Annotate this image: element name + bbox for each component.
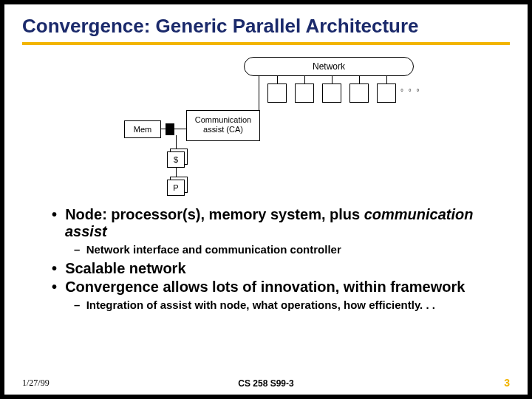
slide: Convergence: Generic Parallel Architectu…: [4, 4, 528, 395]
bullet-level1: • Convergence allows lots of innovation,…: [52, 279, 510, 296]
bullet-level2: – Network interface and communication co…: [74, 243, 510, 256]
node-box: [267, 83, 287, 103]
node-box: [295, 83, 314, 103]
network-tap: [359, 76, 360, 83]
bullet-level1: • Node: processor(s), memory system, plu…: [52, 206, 510, 240]
processor-box: P: [167, 180, 185, 196]
network-tap: [386, 76, 387, 83]
bullet-level1: • Scalable network: [52, 260, 510, 277]
bullet-text: Convergence allows lots of innovation, w…: [65, 279, 465, 295]
node-box: [322, 83, 341, 103]
title-rule: [22, 42, 510, 45]
bullet-text: Integration of assist with node, what op…: [86, 299, 435, 311]
node-box: [349, 83, 369, 103]
network-tap: [304, 76, 305, 83]
bullet-text: Scalable network: [65, 260, 185, 276]
bus-block: [166, 123, 174, 135]
architecture-diagram: Network ° ° ° Mem Communication assist (…: [111, 52, 421, 200]
communication-assist-box: Communication assist (CA): [186, 110, 260, 141]
network-tap: [277, 76, 278, 83]
cache-box: $: [167, 151, 185, 168]
ellipsis: ° ° °: [400, 88, 421, 96]
memory-box: Mem: [124, 120, 161, 138]
network-node-wire: [259, 76, 259, 112]
ca-label-1: Communication: [195, 115, 251, 124]
footer-date: 1/27/99: [22, 378, 50, 389]
footer-page: 3: [504, 377, 510, 389]
network-tap: [332, 76, 332, 83]
slide-title: Convergence: Generic Parallel Architectu…: [22, 15, 510, 38]
bullet-level2: – Integration of assist with node, what …: [74, 299, 510, 311]
bullet-list: • Node: processor(s), memory system, plu…: [52, 206, 510, 311]
bullet-text: Node: processor(s), memory system, plus: [65, 206, 364, 222]
footer-course: CS 258 S99-3: [238, 378, 293, 389]
node-box: [377, 83, 396, 103]
bullet-text: Network interface and communication cont…: [86, 243, 341, 256]
network-box: Network: [244, 57, 414, 76]
ca-label-2: assist (CA): [203, 125, 243, 134]
